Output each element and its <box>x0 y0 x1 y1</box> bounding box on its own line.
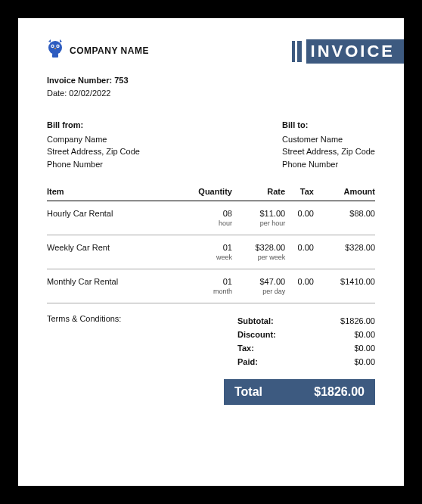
tax-value: $0.00 <box>354 344 375 353</box>
th-rate: Rate <box>232 184 285 201</box>
invoice-page: COMPANY NAME INVOICE Invoice Number: 753… <box>18 18 404 486</box>
invoice-number-label: Invoice Number: <box>47 76 112 85</box>
total-label: Total <box>234 385 262 399</box>
cell-tax: 0.00 <box>285 235 314 263</box>
svg-point-5 <box>57 45 59 47</box>
discount-value: $0.00 <box>354 330 375 339</box>
th-tax: Tax <box>285 184 314 201</box>
meta-block: Invoice Number: 753 Date: 02/02/2022 <box>47 74 375 99</box>
cell-tax: 0.00 <box>285 201 314 229</box>
bill-to-phone: Phone Number <box>282 158 375 171</box>
billing-row: Bill from: Company Name Street Address, … <box>47 119 375 170</box>
bottom-row: Terms & Conditions: Subtotal:$1826.00 Di… <box>47 314 375 405</box>
cell-qty: 01month <box>172 269 232 297</box>
date-value: 02/02/2022 <box>69 89 110 98</box>
tax-label: Tax: <box>224 344 254 353</box>
cell-item: Monthly Car Rental <box>47 269 172 297</box>
cell-rate: $47.00per day <box>232 269 285 297</box>
cell-tax: 0.00 <box>285 269 314 297</box>
table-row: Hourly Car Rental 08hour $11.00per hour … <box>47 201 375 229</box>
company-name: COMPANY NAME <box>70 45 149 56</box>
items-table: Item Quantity Rate Tax Amount Hourly Car… <box>47 184 375 303</box>
th-amount: Amount <box>314 184 375 201</box>
bill-from-phone: Phone Number <box>47 158 140 171</box>
svg-rect-1 <box>52 54 58 58</box>
bill-to-header: Bill to: <box>282 119 375 132</box>
bill-to-name: Customer Name <box>282 133 375 146</box>
banner-stripe-icon <box>297 41 302 62</box>
th-item: Item <box>47 184 172 201</box>
total-bar: Total $1826.00 <box>224 379 375 405</box>
cell-rate: $328.00per week <box>232 235 285 263</box>
cell-qty: 01week <box>172 235 232 263</box>
cell-amount: $1410.00 <box>314 269 375 297</box>
cell-qty: 08hour <box>172 201 232 229</box>
paid-label: Paid: <box>224 357 258 366</box>
invoice-title: INVOICE <box>306 39 404 64</box>
th-quantity: Quantity <box>172 184 232 201</box>
cell-item: Hourly Car Rental <box>47 201 172 229</box>
subtotal-value: $1826.00 <box>340 316 375 325</box>
invoice-banner: INVOICE <box>292 39 404 64</box>
bill-from-address: Street Address, Zip Code <box>47 145 140 158</box>
total-value: $1826.00 <box>314 385 365 399</box>
owl-logo-icon <box>47 39 64 62</box>
date-label: Date: <box>47 89 67 98</box>
terms-label: Terms & Conditions: <box>47 314 224 405</box>
cell-amount: $328.00 <box>314 235 375 263</box>
bill-from-header: Bill from: <box>47 119 140 132</box>
banner-stripe-icon <box>292 41 295 62</box>
table-header-row: Item Quantity Rate Tax Amount <box>47 184 375 201</box>
cell-rate: $11.00per hour <box>232 201 285 229</box>
brand: COMPANY NAME <box>47 39 149 62</box>
bill-from-name: Company Name <box>47 133 140 146</box>
summary-block: Subtotal:$1826.00 Discount:$0.00 Tax:$0.… <box>224 314 375 405</box>
discount-label: Discount: <box>224 330 276 339</box>
table-row: Weekly Car Rent 01week $328.00per week 0… <box>47 235 375 263</box>
svg-point-4 <box>52 45 54 47</box>
paid-value: $0.00 <box>354 357 375 366</box>
cell-amount: $88.00 <box>314 201 375 229</box>
subtotal-label: Subtotal: <box>224 316 274 325</box>
table-row: Monthly Car Rental 01month $47.00per day… <box>47 269 375 297</box>
cell-item: Weekly Car Rent <box>47 235 172 263</box>
bill-to-address: Street Address, Zip Code <box>282 145 375 158</box>
invoice-number-value: 753 <box>114 76 128 85</box>
header-row: COMPANY NAME INVOICE <box>47 39 375 64</box>
bill-to-block: Bill to: Customer Name Street Address, Z… <box>282 119 375 170</box>
bill-from-block: Bill from: Company Name Street Address, … <box>47 119 140 170</box>
